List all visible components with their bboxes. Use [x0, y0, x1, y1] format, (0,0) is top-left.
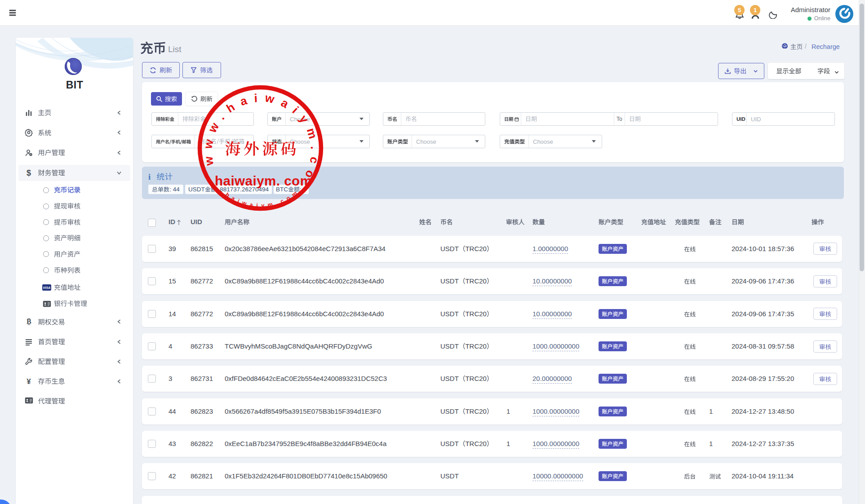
svg-text:haiwaiym. com: haiwaiym. com — [215, 173, 312, 188]
svg-text:B: B — [27, 318, 31, 325]
svg-text:www.haiwaiym.com: www.haiwaiym.com — [197, 85, 322, 186]
